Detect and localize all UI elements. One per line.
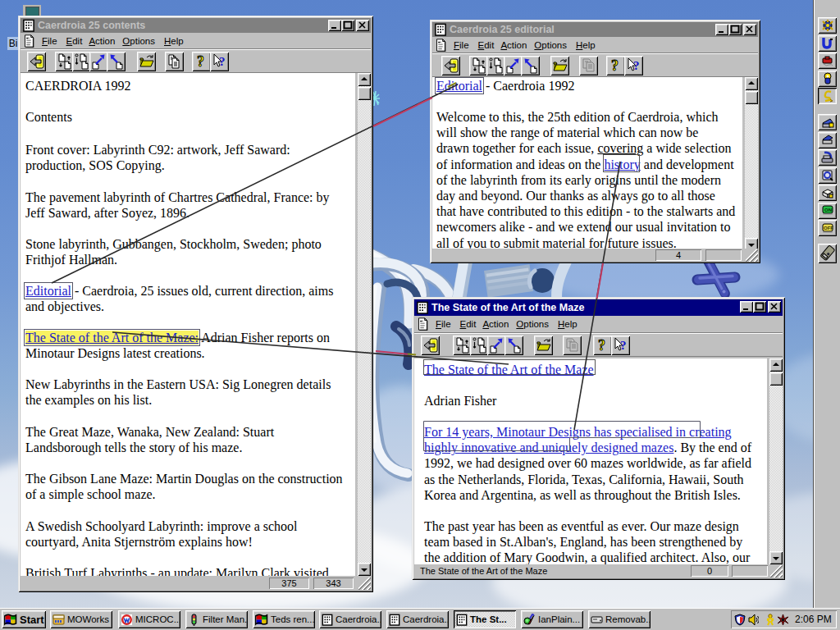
svg-text:ON: ON	[824, 208, 832, 212]
svg-text:OFF: OFF	[824, 226, 833, 231]
